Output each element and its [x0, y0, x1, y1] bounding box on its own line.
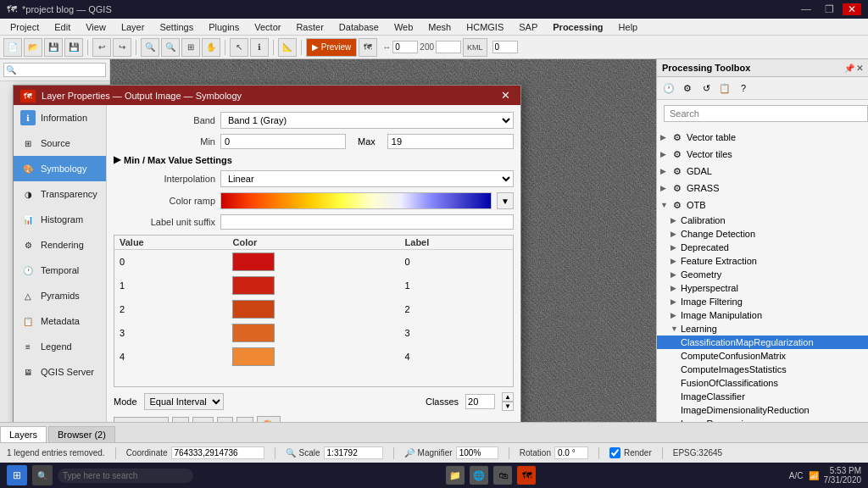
menu-processing[interactable]: Processing: [546, 20, 609, 34]
undo-btn[interactable]: ↩: [92, 38, 111, 57]
min-input[interactable]: [220, 134, 346, 149]
nav-information[interactable]: ℹ Information: [14, 105, 106, 130]
menu-view[interactable]: View: [79, 20, 113, 34]
menu-vector[interactable]: Vector: [248, 20, 287, 34]
tab-layers[interactable]: Layers: [0, 426, 47, 442]
menu-mesh[interactable]: Mesh: [421, 20, 458, 34]
start-button[interactable]: ⊞: [7, 465, 27, 485]
redo-btn[interactable]: ↪: [113, 38, 131, 57]
max-input[interactable]: [387, 134, 514, 149]
nav-source[interactable]: ⊞ Source: [14, 130, 106, 156]
nav-qgis-server[interactable]: 🖥 QGIS Server: [14, 359, 106, 385]
nav-metadata[interactable]: 📋 Metadata: [14, 308, 106, 334]
menu-raster[interactable]: Raster: [289, 20, 330, 34]
scale-input[interactable]: [324, 446, 383, 459]
sep5: [598, 447, 599, 459]
menu-sap[interactable]: SAP: [512, 20, 544, 34]
remove-class-btn[interactable]: —: [192, 417, 214, 423]
open-project-btn[interactable]: 📂: [24, 38, 42, 57]
coordinate-input[interactable]: [171, 446, 264, 459]
close-button[interactable]: ✕: [843, 3, 861, 15]
measure-btn[interactable]: 📐: [278, 38, 297, 57]
color-cell[interactable]: [227, 345, 399, 369]
magnifier-input[interactable]: [456, 446, 498, 459]
value-input[interactable]: [492, 41, 518, 53]
identify-btn[interactable]: ℹ: [250, 38, 269, 57]
color-cell[interactable]: [227, 321, 399, 345]
menu-database[interactable]: Database: [332, 20, 386, 34]
search-button[interactable]: 🔍: [32, 465, 53, 485]
value-cell: 2: [114, 297, 227, 321]
ac-indicator: A/C: [789, 471, 804, 480]
nav-transparency[interactable]: ◑ Transparency: [14, 181, 106, 207]
min-max-settings-header[interactable]: ▶ Min / Max Value Settings: [114, 154, 514, 165]
classes-down-btn[interactable]: ▼: [502, 402, 514, 411]
color-cell[interactable]: [227, 250, 399, 274]
taskbar-search[interactable]: [58, 469, 193, 483]
label-unit-row: Label unit suffix: [114, 214, 514, 230]
zoom-out-btn[interactable]: 🔍: [161, 38, 180, 57]
menu-layer[interactable]: Layer: [114, 20, 152, 34]
color-swatch[interactable]: [232, 347, 275, 366]
taskbar-app-qgis[interactable]: 🗺: [517, 466, 536, 485]
classes-up-btn[interactable]: ▲: [502, 392, 514, 402]
add-class-btn[interactable]: +: [172, 417, 189, 423]
nav-rendering[interactable]: ⚙ Rendering: [14, 232, 106, 258]
color-swatch[interactable]: [232, 276, 275, 295]
menu-project[interactable]: Project: [3, 20, 46, 34]
new-project-btn[interactable]: 📄: [3, 38, 22, 57]
zoom-full-btn[interactable]: ⊞: [181, 38, 200, 57]
nav-pyramids[interactable]: △ Pyramids: [14, 283, 106, 308]
pan-btn[interactable]: ✋: [202, 38, 220, 57]
minimize-button[interactable]: —: [796, 3, 816, 15]
kml-btn[interactable]: KML: [463, 38, 487, 57]
classes-input[interactable]: [465, 394, 495, 409]
menu-plugins[interactable]: Plugins: [202, 20, 246, 34]
y-input[interactable]: [436, 41, 461, 53]
preview-btn[interactable]: ▶ Preview: [306, 38, 357, 57]
color-ramp-selector[interactable]: [220, 192, 492, 209]
menu-web[interactable]: Web: [387, 20, 420, 34]
rotation-input[interactable]: [554, 446, 588, 459]
color-cell[interactable]: [227, 297, 399, 321]
band-select[interactable]: Band 1 (Gray): [220, 112, 514, 129]
color-ramp-dropdown-btn[interactable]: ▼: [497, 192, 514, 209]
label-col-header: Label: [400, 236, 513, 250]
save-btn[interactable]: 💾: [44, 38, 63, 57]
interpolation-select[interactable]: Linear: [220, 170, 514, 187]
nav-temporal[interactable]: 🕐 Temporal: [14, 258, 106, 283]
nav-histogram[interactable]: 📊 Histogram: [14, 207, 106, 232]
move-up-btn[interactable]: ↑: [217, 417, 234, 423]
nav-symbology[interactable]: 🎨 Symbology: [14, 156, 106, 181]
restore-button[interactable]: ❐: [820, 3, 839, 15]
zoom-in-btn[interactable]: 🔍: [141, 38, 159, 57]
table-row: 2 2: [114, 297, 513, 321]
menu-edit[interactable]: Edit: [47, 20, 77, 34]
mode-select[interactable]: Equal Interval: [144, 393, 224, 410]
move-down-btn[interactable]: ↓: [236, 417, 253, 423]
menu-hcmgis[interactable]: HCMGIS: [459, 20, 510, 34]
x-input[interactable]: [392, 41, 418, 53]
taskbar-app-edge[interactable]: 🌐: [470, 466, 488, 485]
color-swatch[interactable]: [232, 324, 275, 342]
menu-help[interactable]: Help: [612, 20, 645, 34]
menu-settings[interactable]: Settings: [153, 20, 200, 34]
classify-button[interactable]: Classify: [114, 417, 169, 423]
save-as-btn[interactable]: 💾: [64, 38, 83, 57]
nav-legend[interactable]: ≡ Legend: [14, 334, 106, 359]
select-btn[interactable]: ↖: [230, 38, 248, 57]
color-scheme-btn[interactable]: 🎨: [257, 416, 281, 422]
layer-btn[interactable]: 🗺: [359, 38, 377, 57]
color-swatch[interactable]: [232, 252, 275, 271]
color-swatch[interactable]: [232, 300, 275, 319]
color-cell[interactable]: [227, 274, 399, 297]
app-icon: 🗺: [7, 3, 17, 15]
windows-icon: ⊞: [13, 469, 21, 481]
epsg-label[interactable]: EPSG:32645: [673, 448, 722, 458]
modal-close-button[interactable]: ✕: [498, 89, 514, 102]
taskbar-app-store[interactable]: 🛍: [493, 466, 512, 485]
tab-browser[interactable]: Browser (2): [48, 426, 115, 442]
taskbar-app-files[interactable]: 📁: [446, 466, 465, 485]
label-unit-input[interactable]: [220, 214, 514, 230]
render-checkbox[interactable]: [609, 447, 620, 458]
